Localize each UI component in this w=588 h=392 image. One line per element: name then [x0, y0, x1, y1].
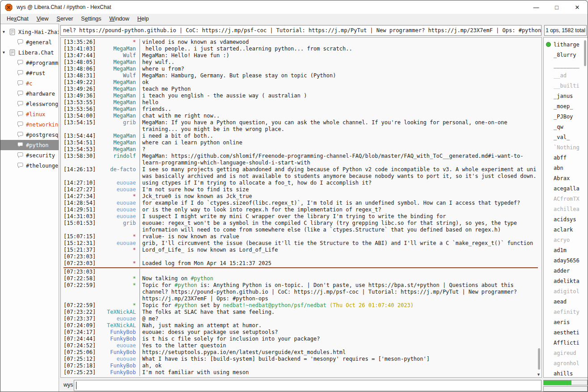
tree-channel-lesswrong[interactable]: #lesswrong: [0, 99, 59, 109]
userlist-item[interactable]: agronhol: [544, 358, 588, 368]
chat-area[interactable]: ▼ [13:35:26]*vinleod is now known as vda…: [60, 37, 542, 378]
nick: MegaMan: [98, 146, 140, 153]
userlist-item[interactable]: litharge: [544, 39, 588, 50]
user-nick: _moep_: [554, 103, 573, 110]
message-part: or is the only way to look into regex.h …: [142, 207, 381, 213]
timestamp: [13:49:22]: [63, 79, 98, 86]
user-nick: Afflicti: [554, 340, 580, 346]
userlist-item[interactable]: _val_: [544, 132, 588, 142]
userlist-item[interactable]: _8lurry: [544, 50, 588, 60]
userlist-item[interactable]: aday5656: [544, 255, 588, 266]
tree-channel-linux[interactable]: #linux: [0, 109, 59, 119]
userlist-item[interactable]: aead: [544, 296, 588, 307]
message-text: [140, 253, 538, 260]
chat-message: [07:25:06]FunkyBobhttps://setuptools.pyp…: [63, 349, 538, 356]
timestamp: [14:31:03]: [63, 213, 98, 220]
menu-hexchat[interactable]: HexChat: [3, 15, 33, 23]
channel-bubble-icon: [17, 162, 25, 169]
userlist-item[interactable]: acegalla: [544, 183, 588, 194]
tree-channel-security[interactable]: #security: [0, 150, 59, 160]
userlist-item[interactable]: adigitol: [544, 286, 588, 296]
userlist-item[interactable]: ad1m: [544, 245, 588, 255]
nick: TeXNickAL: [98, 309, 140, 316]
nick: euouae: [98, 213, 140, 220]
message-text: ?: [140, 146, 538, 153]
tree-channel-python[interactable]: #python: [0, 140, 59, 150]
timestamp: [14:27:34]: [63, 193, 98, 200]
userlist-item[interactable]: aeris: [544, 317, 588, 327]
userlist-item[interactable]: aclark: [544, 224, 588, 235]
userlist-item[interactable]: agireud: [544, 348, 588, 358]
nick: de-facto: [98, 166, 140, 180]
userlist-item[interactable]: ________: [544, 60, 588, 70]
userlist-item[interactable]: adelikta: [544, 276, 588, 286]
expander-icon[interactable]: ▼: [3, 51, 9, 55]
nick: *: [98, 260, 140, 267]
tree-channel-networking[interactable]: #networking: [0, 119, 59, 130]
userlist-item[interactable]: _qw: [544, 122, 588, 132]
tree-network-xinghaizhai[interactable]: ▼Xing-Hai-Zhai: [0, 27, 59, 37]
userlist-item[interactable]: Afflicti: [544, 337, 588, 348]
message-input[interactable]: [74, 380, 541, 391]
minimize-button[interactable]: —: [526, 0, 546, 14]
maximize-button[interactable]: □: [546, 0, 567, 14]
userlist-item[interactable]: _PJBoy: [544, 111, 588, 122]
userlist-item[interactable]: aefinity: [544, 307, 588, 317]
nick: *: [98, 282, 140, 302]
message-part: friends..: [142, 106, 171, 112]
chat-message: [07:22:59]*Topic for #python set by nedb…: [63, 302, 538, 309]
user-nick: adigitol: [554, 288, 580, 295]
menu-label-post: iew: [40, 16, 49, 22]
window-controls: — □ ✕: [526, 0, 588, 14]
userlist-item[interactable]: aestheti: [544, 327, 588, 337]
userlist-item[interactable]: ahills: [544, 368, 588, 378]
chat-message: [15:01:53]gribeuouae: regex_t won't be a…: [63, 220, 538, 233]
menu-help[interactable]: Help: [133, 15, 153, 23]
expander-icon[interactable]: ▼: [3, 30, 9, 34]
nick: *: [98, 247, 140, 253]
chat-message: [13:35:26]*vinleod is now known as vdame…: [63, 39, 538, 46]
user-nick: acidsys: [554, 216, 576, 223]
channel-tree: ▼Xing-Hai-Zhai#general▼Libera.Chat##prog…: [0, 24, 59, 392]
timestamp: [13:35:26]: [63, 39, 98, 46]
user-nick: aefinity: [554, 309, 580, 315]
chat-scrollbar-thumb[interactable]: [538, 348, 540, 370]
userlist-item[interactable]: acidsys: [544, 214, 588, 224]
chat-message: [07:24:09]TeXNickALNah, just making an a…: [63, 322, 538, 329]
userlist-item[interactable]: Abrax: [544, 173, 588, 183]
menu-view[interactable]: View: [33, 15, 53, 23]
userlist-item[interactable]: _janus: [544, 91, 588, 101]
userlist-item[interactable]: achillea: [544, 204, 588, 214]
timestamp: [13:48:06]: [63, 66, 98, 72]
scroll-down-icon[interactable]: ▼: [537, 372, 541, 377]
userlist-item[interactable]: abff: [544, 152, 588, 163]
userlist-item[interactable]: abn: [544, 163, 588, 173]
userlist-item[interactable]: _moep_: [544, 101, 588, 111]
userlist-item[interactable]: acryo: [544, 235, 588, 245]
message-text: Lord_of_Life_ is now known as Lord_of_Li…: [140, 247, 538, 253]
close-button[interactable]: ✕: [567, 0, 588, 14]
tree-channel-hardware[interactable]: #hardware: [0, 89, 59, 99]
userlist-item[interactable]: __builti: [544, 80, 588, 91]
tree-channel-thelounge[interactable]: #thelounge: [0, 160, 59, 171]
userlist-item[interactable]: __ad: [544, 70, 588, 80]
topic-input[interactable]: nel? https://pound-python.github.io | Co…: [60, 25, 541, 36]
tree-network-liberachat[interactable]: ▼Libera.Chat: [0, 47, 59, 58]
tree-channel-c[interactable]: #c: [0, 78, 59, 89]
userlist-item[interactable]: ACfromTX: [544, 194, 588, 204]
tree-channel-rust[interactable]: ##rust: [0, 68, 59, 78]
title-bar[interactable]: wys @ Libera.Chat / #python - HexChat — …: [0, 0, 588, 14]
menu-accelerator: V: [37, 16, 40, 22]
tree-channel-programming[interactable]: ##programming: [0, 58, 59, 68]
menu-settings[interactable]: Settings: [77, 15, 105, 23]
menu-window[interactable]: Window: [106, 15, 133, 23]
userlist-item[interactable]: `Nothing: [544, 142, 588, 152]
userlist-item[interactable]: adder: [544, 266, 588, 276]
menu-server[interactable]: Server: [53, 15, 77, 23]
tree-channel-general[interactable]: #general: [0, 37, 59, 47]
chat-message: [07:24:44]FunkyBobis t his c file solely…: [63, 336, 538, 342]
message-part: (Thu Oct 26 01:07:40 2023): [330, 302, 414, 308]
tree-channel-postgresql[interactable]: #postgresql: [0, 130, 59, 140]
chat-message: [13:41:03]MegaMan hello people.. i just …: [63, 46, 538, 52]
user-nick: _qw: [554, 124, 563, 130]
